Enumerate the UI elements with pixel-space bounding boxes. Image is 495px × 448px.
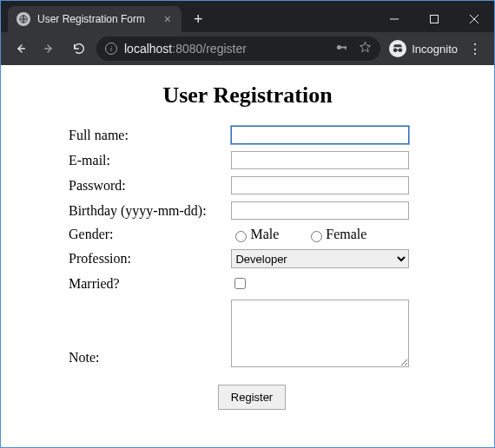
svg-point-11: [399, 48, 403, 52]
label-gender: Gender:: [67, 223, 229, 246]
svg-rect-2: [431, 16, 439, 23]
browser-menu-button[interactable]: ⋮: [463, 41, 487, 57]
incognito-badge: Incognito: [386, 40, 458, 57]
close-tab-button[interactable]: ×: [162, 12, 173, 26]
label-birthday: Birthday (yyyy-mm-dd):: [67, 198, 229, 223]
label-married: Married?: [67, 272, 229, 296]
new-tab-button[interactable]: +: [182, 10, 212, 32]
window-minimize-button[interactable]: [374, 6, 414, 32]
birthday-input[interactable]: [231, 201, 409, 220]
register-button[interactable]: Register: [218, 385, 286, 410]
back-button[interactable]: [8, 36, 32, 61]
page-title: User Registration: [15, 82, 480, 109]
married-checkbox[interactable]: [234, 278, 246, 289]
password-input[interactable]: [231, 176, 409, 194]
bookmark-star-icon[interactable]: [359, 41, 372, 56]
note-textarea[interactable]: [231, 300, 409, 367]
label-password: Password:: [67, 173, 229, 198]
address-bar[interactable]: i localhost:8080/register: [96, 36, 380, 61]
svg-rect-9: [345, 47, 346, 50]
fullname-input[interactable]: [231, 126, 409, 144]
tab-title: User Registration Form: [37, 13, 155, 25]
gender-female-option[interactable]: Female: [307, 227, 366, 241]
label-fullname: Full name:: [67, 122, 229, 148]
gender-male-option[interactable]: Male: [231, 227, 279, 241]
svg-point-7: [337, 45, 341, 49]
window-maximize-button[interactable]: [414, 6, 454, 32]
globe-icon: [16, 12, 30, 26]
site-info-icon[interactable]: i: [105, 43, 117, 55]
label-note: Note:: [67, 296, 229, 374]
incognito-icon: [389, 40, 406, 57]
svg-point-10: [393, 48, 398, 52]
label-profession: Profession:: [67, 246, 229, 272]
reload-button[interactable]: [67, 36, 91, 61]
gender-female-radio[interactable]: [311, 231, 322, 242]
svg-rect-12: [397, 49, 399, 50]
gender-male-radio[interactable]: [235, 231, 247, 242]
label-email: E-mail:: [67, 148, 229, 173]
forward-button[interactable]: [37, 36, 62, 61]
browser-tab[interactable]: User Registration Form ×: [8, 6, 182, 32]
url-text: localhost:8080/register: [124, 42, 247, 56]
email-input[interactable]: [231, 151, 409, 169]
window-close-button[interactable]: [454, 6, 494, 32]
profession-select[interactable]: Developer: [231, 249, 409, 268]
password-key-icon[interactable]: [335, 41, 348, 56]
